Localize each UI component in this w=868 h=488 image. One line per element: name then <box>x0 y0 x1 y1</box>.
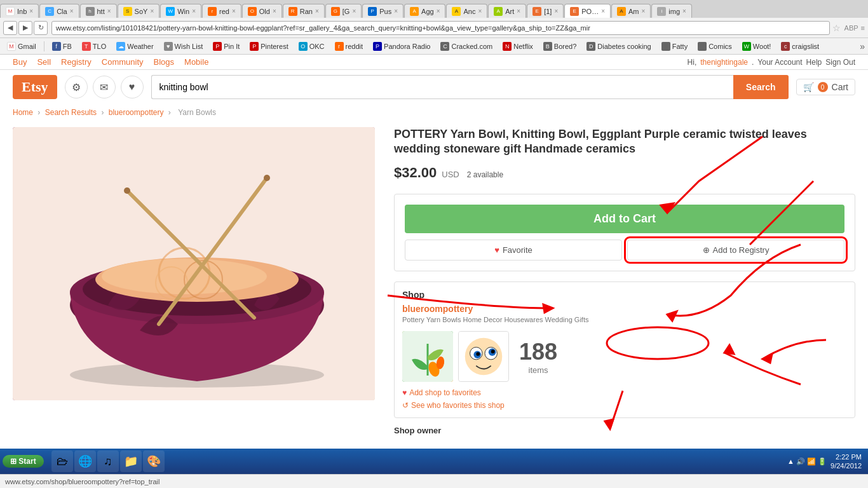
reload-button[interactable]: ↻ <box>34 21 48 35</box>
your-account-link[interactable]: Your Account <box>757 58 802 67</box>
shop-images: 188 items <box>402 331 847 382</box>
nav-blogs[interactable]: Blogs <box>154 57 175 67</box>
messages-icon-btn[interactable]: ✉ <box>93 76 116 98</box>
shop-name-link[interactable]: blueroompottery <box>402 304 473 314</box>
items-label: items <box>519 365 557 375</box>
tab-art[interactable]: A Art × <box>488 4 526 18</box>
nav-arrows: ◀ ▶ ↻ <box>3 21 48 35</box>
tab-agg[interactable]: A Agg × <box>404 4 445 18</box>
help-link[interactable]: Help <box>806 58 822 67</box>
okc-icon: O <box>299 42 308 51</box>
cart-icon: 🛒 <box>803 82 814 92</box>
action-box: Add to Cart ♥ Favorite ⊕ Add to Registry <box>394 194 855 271</box>
see-who-favorites-link[interactable]: ↺ See who favorites this shop <box>402 401 847 410</box>
woot-icon: W <box>742 42 751 51</box>
bookmark-comics[interactable]: Comics <box>694 41 736 51</box>
bookmark-craigslist[interactable]: c craigslist <box>777 41 823 51</box>
nav-buy[interactable]: Buy <box>13 57 27 67</box>
breadcrumb-current: Yarn Bowls <box>178 108 216 117</box>
favorite-button[interactable]: ♥ Favorite <box>405 240 622 261</box>
shop-thumb-1 <box>402 331 453 382</box>
breadcrumb-search-results[interactable]: Search Results <box>45 108 97 117</box>
bookmarks-bar: M Gmail f FB T TLO ☁ Weather ♥ Wish List… <box>0 38 868 55</box>
cart-badge: 0 <box>818 82 828 92</box>
bookmark-cracked[interactable]: C Cracked.com <box>437 41 496 51</box>
tab-guu[interactable]: G [G × <box>325 4 362 18</box>
breadcrumb-home[interactable]: Home <box>13 108 33 117</box>
favorites-icon-btn[interactable]: ♥ <box>121 76 144 98</box>
bookmark-diabetes[interactable]: D Diabetes cooking <box>583 41 654 51</box>
product-info: POTTERY Yarn Bowl, Knitting Bowl, Eggpla… <box>394 127 855 435</box>
etsy-search-area: knitting bowl Search <box>151 75 789 99</box>
product-image-svg <box>13 127 375 400</box>
sign-out-link[interactable]: Sign Out <box>825 58 855 67</box>
heart-icon: ♥ <box>494 245 499 255</box>
tab-cla[interactable]: C Cla × <box>39 4 79 18</box>
tab-etsy-active[interactable]: E PO… × <box>564 4 611 18</box>
tab-pus[interactable]: P Pus × <box>362 4 403 18</box>
etsy-logo[interactable]: Etsy <box>13 75 57 99</box>
bookmark-netflix[interactable]: N Netflix <box>499 41 537 51</box>
bookmark-bored[interactable]: B Bored? <box>539 41 580 51</box>
nav-community[interactable]: Community <box>102 57 144 67</box>
username-link[interactable]: thenightingale <box>700 58 748 67</box>
bookmark-weather[interactable]: ☁ Weather <box>112 41 157 51</box>
bookmarks-overflow-icon[interactable]: » <box>860 41 865 51</box>
nav-sell[interactable]: Sell <box>37 57 51 67</box>
tab-soy[interactable]: S SoY × <box>118 4 160 18</box>
bookmark-okc[interactable]: O OKC <box>295 41 329 51</box>
cart-button[interactable]: 🛒 0 Cart <box>796 79 855 95</box>
tab-1[interactable]: E [1] × <box>527 4 564 18</box>
add-to-registry-button[interactable]: ⊕ Add to Registry <box>627 240 844 261</box>
etsy-header-icons: ⚙ ✉ ♥ <box>65 76 144 98</box>
tab-ran[interactable]: R Ran × <box>283 4 325 18</box>
tab-anc[interactable]: A Anc × <box>446 4 487 18</box>
weather-icon: ☁ <box>116 42 125 51</box>
tab-inbox[interactable]: M Inb × <box>0 4 39 18</box>
fb-icon: f <box>52 42 61 51</box>
bookmark-wishlist[interactable]: ♥ Wish List <box>160 41 207 51</box>
pinit-icon: P <box>213 42 222 51</box>
tab-amazon[interactable]: A Am × <box>611 4 651 18</box>
back-button[interactable]: ◀ <box>3 21 17 35</box>
gmail-icon: M <box>7 42 16 51</box>
bookmark-star-icon[interactable]: ☆ <box>832 23 841 33</box>
bookmark-reddit[interactable]: r reddit <box>331 41 367 51</box>
tab-reddit[interactable]: r red × <box>202 4 241 18</box>
comics-icon <box>698 42 707 51</box>
etsy-page: Buy Sell Registry Community Blogs Mobile… <box>0 55 868 442</box>
bookmark-separator <box>44 41 44 51</box>
breadcrumb-shop[interactable]: blueroompottery <box>109 108 164 117</box>
tab-win[interactable]: W Win × <box>160 4 201 18</box>
product-area: POTTERY Yarn Bowl, Knitting Bowl, Eggpla… <box>0 121 868 442</box>
shop-items-count: 188 items <box>519 339 557 375</box>
add-shop-to-favorites-link[interactable]: ♥ Add shop to favorites <box>402 388 847 397</box>
bookmark-pandora[interactable]: P Pandora Radio <box>369 41 434 51</box>
bookmark-pinterest[interactable]: P Pinterest <box>246 41 292 51</box>
settings-icon-btn[interactable]: ⚙ <box>65 76 88 98</box>
availability-text: 2 available <box>467 170 503 179</box>
address-bar[interactable]: www.etsy.com/listing/101018421/pottery-y… <box>51 21 830 35</box>
bookmark-woot[interactable]: W Woot! <box>738 41 775 51</box>
nav-mobile[interactable]: Mobile <box>184 57 208 67</box>
bookmark-tlo[interactable]: T TLO <box>78 41 110 51</box>
price-value: $32.00 <box>394 165 437 181</box>
bookmark-fatty[interactable]: Fatty <box>658 41 691 51</box>
search-input[interactable]: knitting bowl <box>151 75 733 99</box>
bookmark-pinit[interactable]: P Pin It <box>209 41 243 51</box>
bookmark-gmail[interactable]: M Gmail <box>3 41 40 51</box>
tab-img[interactable]: i img × <box>651 4 692 18</box>
svg-point-24 <box>476 352 480 356</box>
bookmark-fb[interactable]: f FB <box>48 41 76 51</box>
search-button[interactable]: Search <box>733 75 789 99</box>
cart-label: Cart <box>832 82 848 92</box>
forward-button[interactable]: ▶ <box>18 21 32 35</box>
nav-registry[interactable]: Registry <box>61 57 92 67</box>
breadcrumb: Home › Search Results › blueroompottery … <box>0 104 868 121</box>
tab-http[interactable]: h htt × <box>80 4 117 18</box>
tab-old[interactable]: O Old × <box>242 4 282 18</box>
cracked-icon: C <box>440 42 449 51</box>
add-to-cart-button[interactable]: Add to Cart <box>405 205 844 233</box>
shop-actions: ♥ Add shop to favorites ↺ See who favori… <box>402 388 847 410</box>
secondary-actions: ♥ Favorite ⊕ Add to Registry <box>405 240 844 261</box>
